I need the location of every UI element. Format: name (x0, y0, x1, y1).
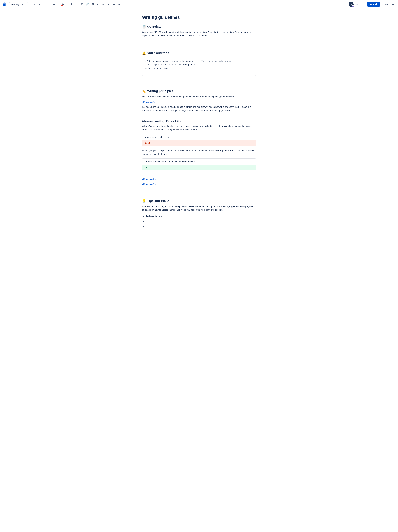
align-button[interactable]: ≡ ▾ (51, 2, 56, 7)
voice-tone-heading: 🔔 Voice and tone (142, 51, 256, 55)
editor-content: Writing guidelines 📋 Overview Give a bri… (138, 9, 260, 247)
do-label: Do (142, 165, 256, 170)
svg-rect-1 (364, 3, 364, 5)
principle1-text: For each principle, include a good and b… (142, 105, 256, 112)
dont-label: Don't (142, 140, 256, 146)
voice-tone-table: In 1-2 sentences, describe how content d… (142, 57, 256, 76)
unordered-list-icon: ☰ (71, 3, 73, 6)
overflow-icon: ··· (392, 3, 394, 6)
divider-2 (142, 174, 256, 174)
do-example-box: Choose a password that is at least 8 cha… (142, 158, 256, 170)
tips-tricks-icon: 💡 (142, 199, 146, 203)
align-icon: ≡ (53, 3, 54, 6)
spacer-1 (142, 44, 256, 51)
add-collaborator-button[interactable]: + (355, 2, 360, 7)
heading-selector[interactable]: Heading 2 ▾ (9, 2, 28, 6)
principle3-link[interactable]: <Principle 3> (142, 183, 256, 185)
format-group: B I ··· (32, 2, 47, 7)
overview-text[interactable]: Give a brief (50-100 word) overview of t… (142, 31, 256, 38)
spacer-2 (142, 82, 256, 89)
divider-1 (142, 116, 256, 116)
tips-tricks-text: Use this section to suggest hints to hel… (142, 205, 256, 212)
avatar-initials: CK (350, 3, 352, 5)
mention-button[interactable]: @ (95, 2, 101, 7)
plus-icon: + (119, 3, 120, 6)
share-button[interactable] (361, 2, 366, 7)
close-button[interactable]: Close (381, 2, 389, 6)
tips-tricks-heading: 💡 Tips and tricks (142, 199, 256, 203)
italic-button[interactable]: I (37, 2, 42, 7)
image-icon: 🖼 (92, 3, 94, 6)
section-writing-principles: ✏️ Writing principles List 3-5 writing p… (142, 89, 256, 185)
section-overview: 📋 Overview Give a brief (50-100 word) ov… (142, 25, 256, 38)
dont-example-box: Your password's too short Don't (142, 134, 256, 146)
link-icon: 🔗 (86, 3, 89, 6)
toolbar: Heading 2 ▾ B I ··· ≡ ▾ A ▾ ☰ ⋮ ☑ (0, 0, 398, 9)
section-voice-tone: 🔔 Voice and tone In 1-2 sentences, descr… (142, 51, 256, 76)
principle1-link[interactable]: <Principle 1> (142, 101, 256, 103)
publish-button[interactable]: Publish (367, 2, 380, 6)
example-middle-text: Instead, help the people who use your pr… (142, 149, 256, 156)
writing-principles-intro: List 3-5 writing principles that content… (142, 95, 256, 98)
example-sub-heading: Whenever possible, offer a solution (142, 120, 256, 122)
more-format-button[interactable]: ··· (42, 2, 47, 7)
avatar[interactable]: CK (348, 2, 354, 7)
layout-button[interactable]: ⊟ (111, 2, 116, 7)
emoji-button[interactable]: ☺ (101, 2, 106, 7)
chevron-down-icon-color: ▾ (63, 3, 64, 5)
color-button[interactable]: A ▾ (60, 2, 65, 7)
task-icon: ☑ (81, 3, 83, 6)
overview-icon: 📋 (142, 25, 146, 29)
chevron-down-icon: ▾ (22, 3, 23, 5)
unordered-list-button[interactable]: ☰ (69, 2, 74, 7)
layout-icon: ⊟ (113, 3, 115, 6)
chevron-down-icon-align: ▾ (54, 3, 55, 5)
overview-heading: 📋 Overview (142, 25, 256, 29)
more-icon: ··· (44, 3, 46, 6)
link-button[interactable]: 🔗 (85, 2, 90, 7)
app-logo[interactable] (2, 2, 7, 6)
table-icon: ⊞ (107, 3, 109, 6)
toolbar-divider-1 (30, 2, 30, 6)
section-tips-tricks: 💡 Tips and tricks Use this section to su… (142, 199, 256, 228)
list-item[interactable]: Add your tip here (146, 214, 256, 218)
example-intro: While it's important to be direct in err… (142, 124, 256, 131)
more-insert-button[interactable]: + (117, 2, 122, 7)
dont-example-content[interactable]: Your password's too short (142, 134, 256, 140)
principle2-link[interactable]: <Principle 2> (142, 178, 256, 180)
svg-rect-0 (363, 3, 363, 5)
do-example-content[interactable]: Choose a password that is at least 8 cha… (142, 158, 256, 165)
toolbar-divider-2 (49, 2, 50, 6)
heading-selector-label: Heading 2 (11, 3, 21, 6)
share-icon (362, 3, 365, 6)
bold-button[interactable]: B (32, 2, 37, 7)
ordered-list-button[interactable]: ⋮ (74, 2, 79, 7)
toolbar-right: CK + Publish Close ··· (348, 2, 396, 7)
avatar-badge (352, 5, 354, 7)
ordered-list-icon: ⋮ (76, 3, 78, 6)
plus-icon: + (356, 3, 358, 6)
table-button[interactable]: ⊞ (106, 2, 111, 7)
image-button[interactable]: 🖼 (90, 2, 95, 7)
mention-icon: @ (97, 3, 99, 6)
list-item[interactable] (146, 224, 256, 228)
writing-principles-icon: ✏️ (142, 89, 146, 93)
voice-tone-col2[interactable]: Type /image to insert a graphic (199, 57, 256, 76)
tips-list: Add your tip here (142, 214, 256, 228)
page-title[interactable]: Writing guidelines (142, 15, 256, 20)
task-button[interactable]: ☑ (80, 2, 85, 7)
spacer-3 (142, 192, 256, 199)
writing-principles-heading: ✏️ Writing principles (142, 89, 256, 93)
color-icon: A (61, 3, 63, 6)
voice-tone-col1[interactable]: In 1-2 sentences, describe how content d… (142, 57, 199, 76)
emoji-icon: ☺ (102, 3, 104, 6)
list-item[interactable] (146, 219, 256, 223)
overflow-button[interactable]: ··· (391, 2, 396, 7)
insert-group: ☰ ⋮ ☑ 🔗 🖼 @ ☺ ⊞ ⊟ + (69, 2, 122, 7)
voice-tone-icon: 🔔 (142, 51, 146, 55)
